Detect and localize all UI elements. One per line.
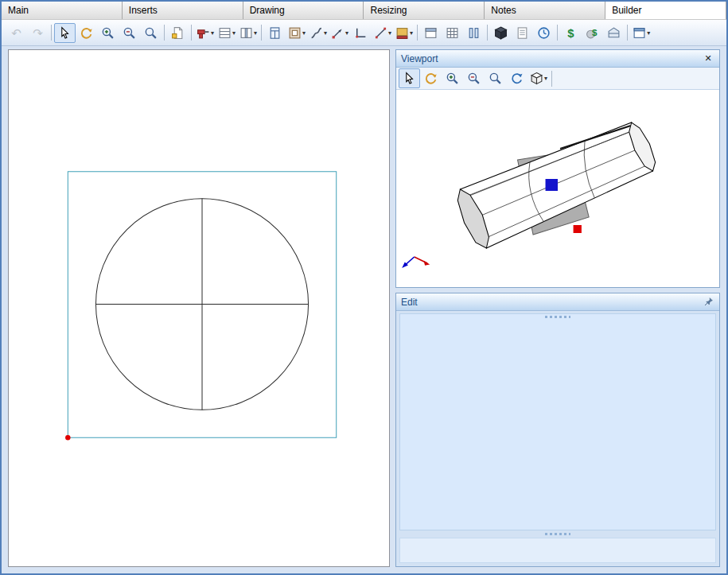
drawing-canvas[interactable]	[8, 49, 390, 567]
bars-icon	[467, 25, 481, 40]
dropdown-arrow-icon: ▾	[211, 29, 214, 37]
edit-title: Edit	[401, 297, 702, 308]
materials-button[interactable]	[603, 23, 625, 43]
dropdown-arrow-icon: ▾	[302, 29, 306, 37]
tab-main[interactable]: Main	[2, 2, 123, 19]
line-tool-button[interactable]: ▾	[372, 23, 393, 43]
partition-icon	[239, 25, 253, 40]
shelf-tool-button[interactable]: ▾	[216, 23, 237, 43]
page-icon	[171, 25, 185, 40]
elevation-view-button[interactable]	[420, 23, 442, 43]
tab-notes[interactable]: Notes	[485, 2, 605, 19]
toolbar-separator	[551, 71, 552, 87]
toolbar-separator	[164, 25, 165, 41]
handle-blue[interactable]	[546, 179, 558, 191]
drill-tool-button[interactable]: ▾	[194, 23, 216, 43]
window-icon	[632, 25, 646, 40]
tab-label: Drawing	[250, 5, 285, 16]
zoomout-icon	[467, 72, 481, 86]
tab-label: Notes	[491, 5, 516, 16]
toolbar-separator	[51, 25, 52, 41]
vp-select-tool-button[interactable]	[399, 68, 420, 88]
tab-label: Resizing	[370, 5, 407, 16]
zoomout-icon	[123, 25, 137, 40]
select-tool-button[interactable]	[54, 23, 76, 43]
redo-icon: ↷	[31, 25, 45, 40]
doc-icon	[516, 25, 530, 40]
dropdown-arrow-icon: ▾	[410, 29, 413, 37]
vp-rotate-view-button[interactable]	[506, 68, 528, 88]
zoom-extents-button[interactable]	[140, 23, 162, 43]
viewport-title-bar: Viewport ✕	[396, 50, 719, 68]
price-button[interactable]: $	[560, 23, 582, 43]
zoomin-icon	[446, 72, 460, 86]
undo-button[interactable]: ↶	[6, 23, 27, 43]
molding-tool-button[interactable]: ▾	[307, 23, 329, 43]
cubewire-icon	[529, 72, 543, 86]
fill-tool-button[interactable]: ▾	[393, 23, 415, 43]
clock-icon	[537, 25, 551, 40]
origin-point[interactable]	[65, 435, 70, 440]
tab-resizing[interactable]: Resizing	[364, 2, 485, 19]
dropdown-arrow-icon: ▾	[544, 75, 547, 82]
pin-icon[interactable]	[702, 296, 714, 309]
vp-zoom-out-button[interactable]	[463, 68, 485, 88]
zoom-window-button[interactable]	[97, 23, 119, 43]
cabinet-icon	[268, 25, 282, 40]
toolbar-separator	[417, 25, 418, 41]
time-button[interactable]	[533, 23, 555, 43]
drawing-canvas-scene	[9, 50, 389, 566]
ribbon-tab-bar: MainInsertsDrawingResizingNotesBuilder	[2, 2, 726, 19]
viewport-3d-view[interactable]	[396, 90, 719, 287]
zoom-out-button[interactable]	[119, 23, 140, 43]
corner-tool-button[interactable]	[350, 23, 372, 43]
edit-content-area	[399, 313, 716, 530]
viewport-toolbar: ▾	[396, 68, 719, 90]
dropdown-arrow-icon: ▾	[345, 29, 348, 37]
right-column: Viewport ✕ ▾	[395, 49, 720, 567]
cabinet-tool-button[interactable]	[264, 23, 286, 43]
molding-icon	[309, 25, 323, 40]
toolbar-separator	[487, 25, 488, 41]
partition-tool-button[interactable]: ▾	[237, 23, 259, 43]
section-icon	[424, 25, 438, 40]
workspace: Viewport ✕ ▾	[2, 46, 726, 573]
zoom-icon	[489, 72, 503, 86]
edit-top-grip[interactable]	[545, 316, 570, 318]
new-sheet-button[interactable]	[167, 23, 189, 43]
frame-icon	[287, 25, 302, 40]
vp-zoom-extents-button[interactable]	[485, 68, 506, 88]
grid-view-button[interactable]	[442, 23, 463, 43]
window-layout-button[interactable]: ▾	[630, 23, 652, 43]
tab-builder[interactable]: Builder	[605, 2, 726, 19]
toolbar-separator	[627, 25, 628, 41]
tab-inserts[interactable]: Inserts	[123, 2, 243, 19]
redo-button[interactable]: ↷	[27, 23, 49, 43]
dimension-view-button[interactable]	[463, 23, 485, 43]
tab-label: Main	[8, 5, 29, 16]
toolbar-separator	[261, 25, 262, 41]
viewport-close-button[interactable]: ✕	[702, 52, 714, 65]
tab-label: Builder	[612, 5, 641, 16]
viewport-title: Viewport	[401, 53, 702, 64]
tab-drawing[interactable]: Drawing	[243, 2, 364, 19]
dollar-icon: $	[564, 25, 578, 40]
vp-zoom-window-button[interactable]	[442, 68, 463, 88]
shelf-icon	[217, 25, 232, 40]
report-button[interactable]	[512, 23, 533, 43]
main-toolbar: ↶↷▾▾▾▾▾▾▾▾$$▾	[2, 19, 726, 46]
cost-button[interactable]: $	[582, 23, 603, 43]
toolbar-separator	[191, 25, 192, 41]
leader-tool-button[interactable]: ▾	[329, 23, 350, 43]
fillbox-icon	[395, 25, 409, 40]
vp-orbit-tool-button[interactable]	[420, 68, 442, 88]
drill-icon	[196, 25, 210, 40]
edit-splitter[interactable]	[399, 530, 716, 538]
orbit-tool-button[interactable]	[76, 23, 97, 43]
dropdown-arrow-icon: ▾	[232, 29, 236, 37]
frame-tool-button[interactable]: ▾	[286, 23, 307, 43]
vp-view-cube-button[interactable]: ▾	[528, 68, 549, 88]
handle-red[interactable]	[574, 225, 582, 233]
view-3d-button[interactable]	[490, 23, 512, 43]
dollar2-icon: $	[586, 25, 600, 40]
